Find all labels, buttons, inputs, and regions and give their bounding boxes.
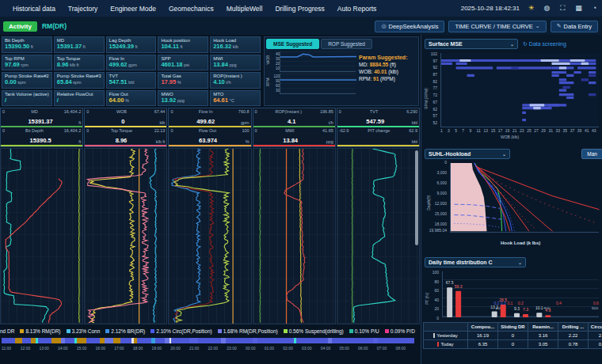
curve-max: 6,290 [406, 109, 417, 114]
refresh-icon: ↻ [523, 41, 528, 47]
curve-range-row: 0Flow In760.8 [169, 108, 250, 114]
data-tile-relative-flowout: Relative FlowOut/ [54, 90, 105, 107]
time-tick-label: 22:00 [208, 346, 227, 354]
curve-mode-select[interactable]: TIME CURVE / TIME CURVE ⌄ [448, 21, 546, 32]
data-tile-mwo: MWO13.92 ppg [158, 90, 208, 107]
track-plot-2[interactable] [168, 148, 251, 324]
time-tick-label: 03:00 [302, 346, 321, 354]
suhl-chart[interactable] [450, 163, 599, 233]
surface-mse-select[interactable]: Surface MSE ⌄ [425, 39, 518, 49]
nav-icon-group: ☀◍⛶▦◔ [527, 4, 599, 13]
param-wob: WOB: 40.01 (klb) [359, 69, 416, 74]
daily-distribution-table: Compou...Sliding DRReamin...Drilling ...… [423, 322, 602, 349]
timeline-segment [378, 338, 414, 343]
tile-unit: spm [17, 80, 26, 85]
nav-item-0[interactable]: Historical data [13, 5, 55, 13]
curve-max: 16,404.2 [64, 128, 81, 133]
curve-min: 0 [86, 128, 89, 133]
timeline-segment [296, 338, 328, 343]
data-tile-hook-position: Hook position104.11 ft [158, 36, 208, 53]
legend-swatch [349, 329, 353, 333]
curve-value: 4.1 [255, 118, 329, 125]
heatmap-xlabel: WOB (klb) [501, 135, 519, 139]
activity-legend: nd DR8.13% RM(DR)3.23% Conn2.12% BR(DR)2… [0, 326, 420, 336]
language-icon[interactable]: ◍ [543, 4, 551, 13]
nav-item-6[interactable]: Auto Reports [337, 5, 377, 13]
timeline-segment [51, 338, 60, 343]
nav-item-3[interactable]: Geomechanics [169, 5, 214, 13]
tile-value: 65.84 spm [57, 78, 101, 85]
nav-item-5[interactable]: Drilling Progress [275, 5, 324, 13]
track-plot-1[interactable] [84, 148, 167, 324]
curve-value-row: 8.96klb ft [85, 137, 166, 146]
legend-swatch [67, 329, 70, 333]
heatmap-xtick: 31 [548, 128, 555, 134]
tile-unit: ppg [228, 63, 237, 67]
tab-rop-suggested[interactable]: ROP Suggested [321, 39, 372, 49]
curve-max: 67.44 [154, 109, 166, 114]
tile-unit: ft [134, 44, 138, 49]
data-tile-mwi: MWI13.84 ppg [210, 55, 261, 71]
deepseek-icon: ◎ [381, 23, 386, 29]
theme-sun-icon[interactable]: ☀ [527, 4, 535, 13]
tile-value: 13.92 ppg [161, 97, 205, 104]
data-screening-link[interactable]: ↻ Data screening [523, 41, 566, 47]
nav-item-1[interactable]: Trajectory [68, 5, 97, 13]
data-tile-lag-depth: Lag Depth15249.39 ft [106, 36, 157, 53]
suhl-ytick: 0 [444, 160, 447, 165]
legend-label: 8.13% RM(DR) [25, 328, 60, 334]
legend-item-3: 2.12% BR(DR) [105, 328, 145, 334]
legend-label: 1.68% RM(DR,Position) [223, 328, 278, 334]
track-header-2: 0Flow In760.8499.62gpm0Flow Out10063.974… [168, 108, 251, 147]
curve-value-row: 0klb [85, 118, 166, 127]
track-plot-4[interactable] [337, 148, 420, 324]
daily-row-name: Yesterday [424, 332, 468, 340]
activity-timeline-strip[interactable] [2, 338, 414, 343]
daily-distribution-select[interactable]: Daily time distribution C ⌄ [425, 257, 526, 267]
data-entry-button[interactable]: ✎ Data Entry [551, 21, 598, 32]
apps-grid-icon[interactable]: ▦ [574, 4, 583, 13]
nav-item-2[interactable]: Engineer Mode [110, 5, 156, 13]
track-scrollbar[interactable] [415, 150, 418, 245]
heatmap-xtick: 17 [498, 128, 505, 134]
curve-header-wob: 0WOB67.440klb [85, 108, 166, 127]
curve-value: 8.96 [86, 137, 156, 144]
curve-value-row: 15390.5ft [1, 137, 82, 146]
curve-range-row: 0Flow Out100 [169, 127, 250, 133]
timeline-segment [332, 338, 373, 343]
suhl-xlabel: Hook Load (k lbs) [501, 241, 540, 245]
deepseek-analysis-button[interactable]: ◎ DeepSeekAnalysis [375, 21, 444, 32]
tile-value: 104.11 ft [161, 43, 205, 50]
surface-mse-heatmap[interactable] [440, 53, 599, 127]
time-tick-label: 13:00 [39, 346, 58, 354]
nav-menu: Historical dataTrajectoryEngineer ModeGe… [0, 5, 376, 13]
curve-unit: ppg [326, 139, 333, 144]
chevron-down-icon: ⌄ [504, 41, 514, 47]
curve-min: 0 [255, 109, 257, 114]
mini-ticks: 120906030 [270, 74, 280, 93]
timeline-segment [77, 338, 86, 343]
timeline-segment [2, 338, 15, 343]
manage-button[interactable]: Man [581, 149, 602, 159]
heatmap-xtick: 37 [570, 128, 577, 134]
surface-mse-select-value: Surface MSE [429, 41, 463, 47]
curve-value-row: 15391.37ft [1, 118, 82, 127]
heatmap-xtick: 9 [469, 128, 476, 134]
heatmap-xtick: 21 [512, 128, 520, 134]
heatmap-xtick: 3 [448, 128, 455, 134]
tile-value: 64.61 °C [213, 97, 257, 104]
tab-mse-suggested[interactable]: MSE Suggested [266, 39, 319, 49]
time-tick-label: 15:00 [77, 346, 96, 354]
track-plot-3[interactable] [253, 148, 336, 324]
curve-max: 16,404.2 [64, 109, 81, 114]
suhl-hookload-select[interactable]: SUHL-Hookload ⌄ [425, 149, 510, 159]
user-icon[interactable]: ◔ [590, 4, 599, 13]
nav-item-4[interactable]: MultipleWell [227, 5, 263, 13]
daily-bar-chart[interactable]: 67.559.313.228.59.37.310.14.9 [442, 271, 599, 317]
heatmap-ytick: 77 [428, 85, 439, 93]
fullscreen-icon[interactable]: ⛶ [558, 4, 567, 13]
track-plot-0[interactable] [0, 148, 83, 324]
heatmap-xtick: 23 [520, 128, 527, 134]
daily-cell: 6.35 [468, 340, 498, 349]
svg-text:4.9: 4.9 [545, 308, 551, 313]
